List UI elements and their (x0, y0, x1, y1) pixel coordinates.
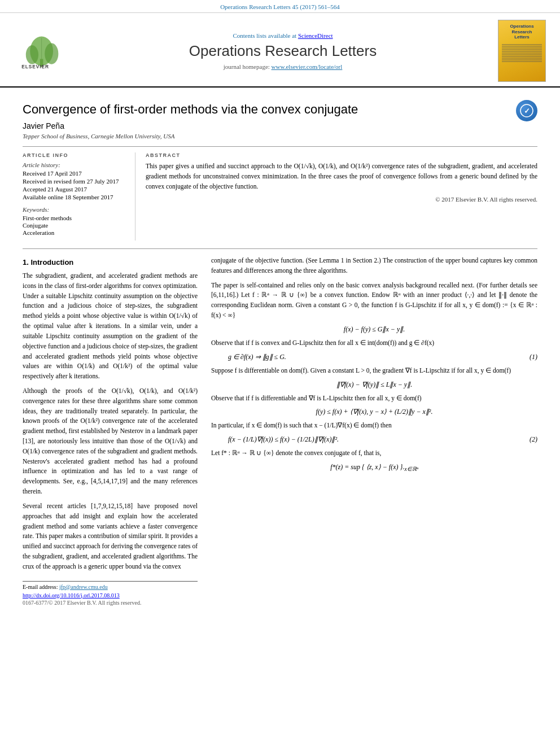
eq-lipschitz: f(x) − f(y) ≤ G‖x − y‖. (211, 325, 537, 334)
doi-link[interactable]: http://dx.doi.org/10.1016/j.orl.2017.08.… (23, 592, 120, 599)
eq2: f(x − (1/L)∇f(x)) ≤ f(x) − (1/2L)‖∇f(x)‖… (211, 435, 537, 444)
elsevier-logo: ELSEVIER (11, 33, 73, 69)
received-date: Received 17 April 2017 (23, 170, 127, 177)
svg-point-3 (45, 43, 58, 64)
cover-decorative (501, 43, 543, 63)
eq-grad-lip: ‖∇f(x) − ∇f(y)‖ ≤ L‖x − y‖. (211, 381, 537, 389)
journal-center: Contents lists available at ScienceDirec… (73, 32, 492, 70)
top-bar: Operations Research Letters 45 (2017) 56… (0, 0, 560, 13)
keywords-label: Keywords: (23, 206, 127, 213)
intro-para1: The subgradient, gradient, and accelerat… (23, 271, 198, 382)
article-history: Article history: Received 17 April 2017 … (23, 161, 127, 200)
abstract-section: ABSTRACT This paper gives a unified and … (146, 152, 537, 241)
title-row: ✓ Convergence of first-order methods via… (23, 102, 537, 117)
footer-doi[interactable]: http://dx.doi.org/10.1016/j.orl.2017.08.… (23, 592, 198, 599)
crossmark: ✓ (516, 100, 537, 121)
journal-homepage: journal homepage: www.elsevier.com/locat… (73, 63, 492, 70)
left-column: 1. Introduction The subgradient, gradien… (23, 256, 198, 606)
journal-header: ELSEVIER Contents lists available at Sci… (0, 13, 560, 88)
cover-image: OperationsResearchLetters (498, 20, 546, 82)
article-info-title: ARTICLE INFO (23, 152, 127, 158)
journal-cover: OperationsResearchLetters (498, 20, 549, 82)
keyword-1: First-order methods (23, 215, 127, 221)
right-para5: Observe that if f is differentiable and … (211, 394, 537, 404)
revised-date: Received in revised form 27 July 2017 (23, 178, 127, 185)
history-label: Article history: (23, 161, 127, 168)
eq-conjugate: f*(z) = sup { ⟨z, x⟩ − f(x) }.x∈ℝⁿ (211, 463, 537, 472)
footer-email: E-mail address: jfp@andrew.cmu.edu (23, 584, 198, 590)
right-para3: Observe that if f is convex and G-Lipsch… (211, 338, 537, 348)
conjugate-subscript: x∈ℝⁿ (404, 466, 418, 472)
crossmark-icon: ✓ (516, 100, 537, 121)
homepage-label: journal homepage: (224, 63, 270, 70)
author-name: Javier Peña (23, 121, 537, 130)
author-affiliation: Tepper School of Business, Carnegie Mell… (23, 133, 537, 139)
right-para7: Let f* : ℝⁿ → ℝ ∪ {∞} denote the convex … (211, 448, 537, 458)
email-link[interactable]: jfp@andrew.cmu.edu (59, 584, 108, 590)
right-para1: conjugate of the objective function. (Se… (211, 256, 537, 276)
footer-copyright: 0167-6377/© 2017 Elsevier B.V. All right… (23, 600, 198, 606)
homepage-url[interactable]: www.elsevier.com/locate/orl (272, 63, 343, 70)
eq1-number: (1) (530, 353, 537, 361)
eq2-number: (2) (530, 435, 537, 444)
main-content: ✓ Convergence of first-order methods via… (0, 88, 560, 617)
paper-title: Convergence of first-order methods via t… (23, 102, 537, 117)
sciencedirect-link: Contents lists available at ScienceDirec… (73, 32, 492, 39)
info-abstract-section: ARTICLE INFO Article history: Received 1… (23, 146, 537, 241)
journal-reference: Operations Research Letters 45 (2017) 56… (220, 3, 340, 10)
abstract-title: ABSTRACT (146, 152, 537, 158)
eq-subgrad: g ∈ ∂f(x) ⇒ ‖g‖ ≤ G. (1) (211, 353, 537, 361)
contents-text: Contents lists available at (233, 32, 296, 39)
keyword-3: Acceleration (23, 229, 127, 236)
right-para6: In particular, if x ∈ dom(f) is such tha… (211, 421, 537, 431)
body-columns: 1. Introduction The subgradient, gradien… (23, 248, 537, 606)
intro-heading: 1. Introduction (23, 258, 198, 267)
right-para2: The paper is self-contained and relies o… (211, 281, 537, 321)
footer: E-mail address: jfp@andrew.cmu.edu http:… (23, 581, 198, 606)
cover-title: OperationsResearchLetters (510, 24, 533, 40)
keyword-2: Conjugate (23, 222, 127, 229)
email-label: E-mail address: (23, 584, 58, 590)
journal-title: Operations Research Letters (73, 42, 492, 60)
svg-text:✓: ✓ (524, 107, 530, 115)
intro-para3: Several recent articles [1,7,9,12,15,18]… (23, 501, 198, 572)
copyright-notice: © 2017 Elsevier B.V. All rights reserved… (146, 196, 537, 203)
svg-text:ELSEVIER: ELSEVIER (21, 64, 49, 69)
intro-para2: Although the proofs of the O(1/√k), O(1/… (23, 386, 198, 497)
sciencedirect-anchor[interactable]: ScienceDirect (298, 32, 333, 39)
right-column: conjugate of the objective function. (Se… (211, 256, 537, 606)
keywords-section: Keywords: First-order methods Conjugate … (23, 206, 127, 236)
eq-descent: f(y) ≤ f(x) + ⟨∇f(x), y − x⟩ + (L/2)‖y −… (211, 408, 537, 416)
online-date: Available online 18 September 2017 (23, 194, 127, 200)
article-info: ARTICLE INFO Article history: Received 1… (23, 152, 135, 241)
svg-point-2 (25, 45, 38, 64)
right-para4: Suppose f is differentiable on dom(f). G… (211, 366, 537, 376)
abstract-text: This paper gives a unified and succinct … (146, 161, 537, 191)
elsevier-tree-icon: ELSEVIER (19, 33, 67, 69)
accepted-date: Accepted 21 August 2017 (23, 186, 127, 193)
